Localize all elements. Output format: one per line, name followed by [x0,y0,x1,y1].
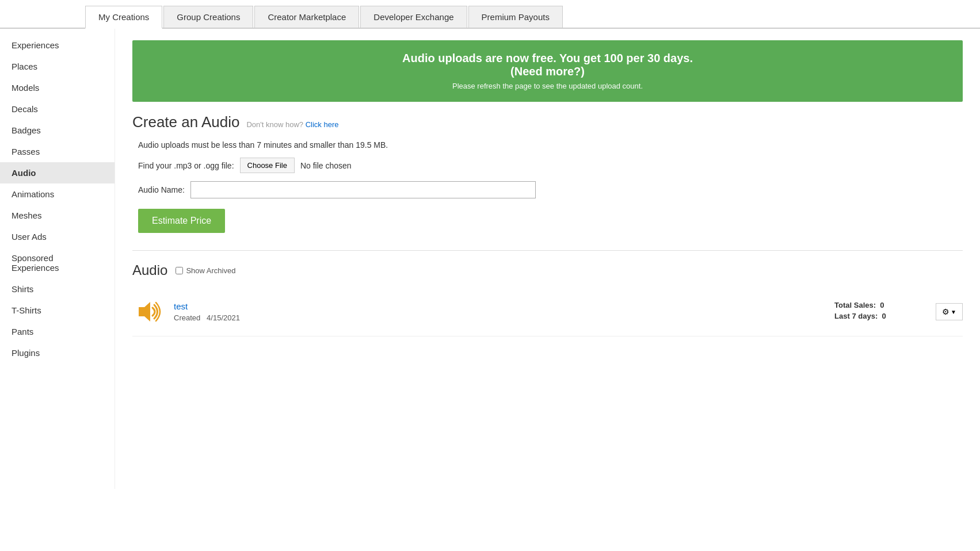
sidebar-item-plugins[interactable]: Plugins [0,342,115,363]
audio-list-item: test Created 4/15/2021 Total Sales: 0 La… [132,288,963,336]
sidebar-item-animations[interactable]: Animations [0,183,115,205]
chevron-down-icon: ▼ [951,309,956,315]
create-form: Audio uploads must be less than 7 minute… [138,140,963,233]
tab-my-creations[interactable]: My Creations [85,6,162,29]
gear-dropdown-button[interactable]: ⚙ ▼ [936,303,963,320]
sidebar-item-passes[interactable]: Passes [0,141,115,162]
file-label: Find your .mp3 or .ogg file: [138,161,234,170]
sidebar-item-models[interactable]: Models [0,77,115,98]
sidebar-item-pants[interactable]: Pants [0,321,115,342]
sidebar-item-experiences[interactable]: Experiences [0,35,115,56]
tab-developer-exchange[interactable]: Developer Exchange [360,6,467,28]
total-sales-row: Total Sales: 0 [834,301,926,309]
gear-icon: ⚙ [942,307,950,316]
audio-icon [132,296,165,328]
choose-file-button[interactable]: Choose File [240,158,295,173]
create-title: Create an Audio [132,113,239,131]
no-file-text: No file chosen [300,161,352,170]
create-help-text: Don't know how? Click here [246,120,338,129]
audio-list-title: Audio [132,262,167,278]
audio-stats: Total Sales: 0 Last 7 days: 0 [834,301,926,323]
last7-row: Last 7 days: 0 [834,312,926,320]
show-archived-checkbox[interactable] [176,267,183,274]
sidebar: Experiences Places Models Decals Badges … [0,29,115,489]
sidebar-item-user-ads[interactable]: User Ads [0,226,115,247]
sidebar-item-places[interactable]: Places [0,56,115,77]
audio-info: test Created 4/15/2021 [174,301,825,322]
sidebar-item-audio[interactable]: Audio [0,162,115,183]
show-archived-row: Show Archived [176,266,235,275]
sidebar-item-decals[interactable]: Decals [0,98,115,120]
file-row: Find your .mp3 or .ogg file: Choose File… [138,158,963,173]
audio-list-header: Audio Show Archived [132,250,963,278]
tab-premium-payouts[interactable]: Premium Payouts [468,6,563,28]
svg-marker-0 [139,302,150,322]
tab-creator-marketplace[interactable]: Creator Marketplace [254,6,359,28]
audio-banner: Audio uploads are now free. You get 100 … [132,40,963,102]
name-row: Audio Name: [138,181,963,198]
sidebar-item-shirts[interactable]: Shirts [0,278,115,300]
content-area: Audio uploads are now free. You get 100 … [115,29,980,489]
create-header: Create an Audio Don't know how? Click he… [132,113,963,131]
audio-name-label: Audio Name: [138,185,185,194]
banner-line3: Please refresh the page to see the updat… [144,82,951,90]
sidebar-item-t-shirts[interactable]: T-Shirts [0,300,115,321]
click-here-link[interactable]: Click here [306,120,339,129]
main-layout: Experiences Places Models Decals Badges … [0,29,980,489]
upload-note: Audio uploads must be less than 7 minute… [138,140,963,150]
audio-name-input[interactable] [190,181,536,198]
audio-item-name[interactable]: test [174,301,188,311]
tabs-bar: My Creations Group Creations Creator Mar… [0,0,980,29]
audio-item-created: Created 4/15/2021 [174,313,825,322]
sidebar-item-sponsored-experiences[interactable]: Sponsored Experiences [0,247,115,278]
banner-line1: Audio uploads are now free. You get 100 … [144,52,951,78]
estimate-price-button[interactable]: Estimate Price [138,209,225,233]
show-archived-label[interactable]: Show Archived [186,266,235,275]
tab-group-creations[interactable]: Group Creations [163,6,253,28]
sidebar-item-badges[interactable]: Badges [0,120,115,141]
sidebar-item-meshes[interactable]: Meshes [0,205,115,226]
